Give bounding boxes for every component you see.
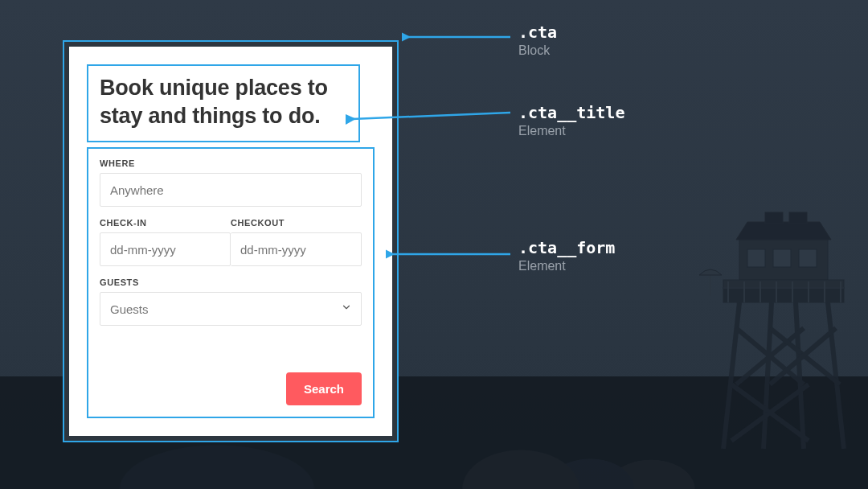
field-group-checkout: CHECKOUT xyxy=(231,218,362,266)
annotation-form-role: Element xyxy=(518,259,615,273)
svg-rect-5 xyxy=(765,212,783,224)
search-button[interactable]: Search xyxy=(286,372,362,405)
svg-line-21 xyxy=(796,302,804,449)
where-label: WHERE xyxy=(100,158,362,168)
svg-rect-6 xyxy=(789,212,807,224)
annotation-cta-selector: .cta xyxy=(518,23,557,42)
annotation-form-selector: .cta__form xyxy=(518,238,615,257)
annotation-cta-role: Block xyxy=(518,43,557,58)
date-row: CHECK-IN CHECKOUT xyxy=(100,218,362,266)
annotation-title-role: Element xyxy=(518,124,624,138)
svg-rect-8 xyxy=(723,288,844,302)
cta-outline: Book unique places to stay and things to… xyxy=(63,40,399,442)
annotation-title-selector: .cta__title xyxy=(518,103,624,122)
annotation-title: .cta__title Element xyxy=(518,103,624,138)
background-tower xyxy=(699,208,852,449)
cta-title: Book unique places to stay and things to… xyxy=(100,74,347,129)
svg-rect-3 xyxy=(799,249,817,267)
checkin-input[interactable] xyxy=(100,232,231,266)
svg-rect-1 xyxy=(747,249,765,267)
checkout-input[interactable] xyxy=(231,232,362,266)
where-input[interactable] xyxy=(100,173,362,207)
cta-form: WHERE CHECK-IN CHECKOUT GUESTS xyxy=(87,147,375,418)
svg-marker-4 xyxy=(736,222,831,240)
annotation-form: .cta__form Element xyxy=(518,238,615,273)
checkout-label: CHECKOUT xyxy=(231,218,362,228)
annotation-cta: .cta Block xyxy=(518,23,557,58)
svg-line-20 xyxy=(764,302,772,449)
field-group-where: WHERE xyxy=(100,158,362,207)
checkin-label: CHECK-IN xyxy=(100,218,231,228)
field-group-checkin: CHECK-IN xyxy=(100,218,231,266)
svg-rect-7 xyxy=(723,280,844,288)
guests-label: GUESTS xyxy=(100,277,362,287)
guests-select-wrap xyxy=(100,292,362,326)
guests-select[interactable] xyxy=(100,292,362,326)
cta-title-outline: Book unique places to stay and things to… xyxy=(87,64,360,142)
svg-line-18 xyxy=(723,302,739,449)
cta-block: Book unique places to stay and things to… xyxy=(69,47,392,436)
field-group-guests: GUESTS xyxy=(100,277,362,326)
button-row: Search xyxy=(100,372,362,405)
svg-rect-2 xyxy=(773,249,791,267)
